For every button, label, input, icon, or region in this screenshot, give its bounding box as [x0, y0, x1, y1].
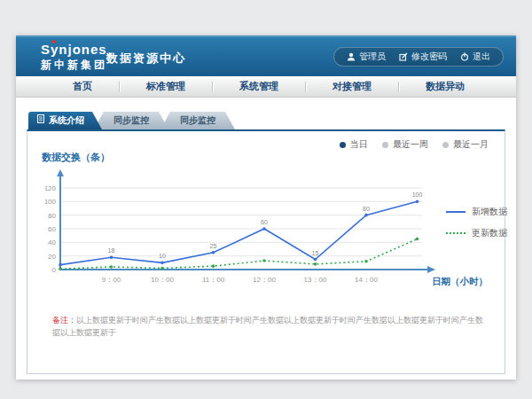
x-tick-label: 12：00 — [253, 276, 276, 284]
filter-last-week[interactable]: 最近一周 — [382, 138, 428, 151]
data-point — [314, 262, 317, 266]
point-label: 100 — [412, 192, 423, 198]
x-axis-arrow-icon — [427, 266, 435, 273]
brand-logo[interactable]: Synjones 新中新集团 — [41, 42, 107, 73]
data-point — [110, 265, 113, 269]
blue-solid-line-icon — [446, 211, 466, 213]
x-axis-title: 日期（小时） — [432, 276, 488, 287]
chart-panel: 当日 最近一周 最近一月 数据交换（条） 0204060801001209：00… — [27, 129, 505, 374]
x-tick-label: 14：00 — [355, 276, 378, 284]
legend-item-new-data[interactable]: 新增数据 — [446, 206, 507, 218]
y-tick-label: 100 — [45, 198, 57, 206]
app-window: Synjones 新中新集团 数据资源中心 管理员 修改密码 — [16, 35, 516, 379]
tab-system-intro[interactable]: 系统介绍 — [28, 112, 102, 129]
filter-last-month[interactable]: 最近一月 — [442, 138, 489, 151]
document-icon — [37, 112, 44, 129]
x-tick-label: 10：00 — [151, 276, 174, 284]
admin-user-button[interactable]: 管理员 — [347, 51, 386, 63]
brand-name-text: Synjones — [41, 42, 107, 57]
filter-label: 当日 — [350, 138, 368, 151]
change-password-label: 修改密码 — [411, 51, 447, 63]
x-tick-label: 11：00 — [202, 276, 225, 284]
nav-separator — [119, 82, 120, 92]
brand-company: 新中新集团 — [41, 58, 107, 73]
tab-label: 同步监控 — [180, 115, 215, 125]
admin-user-label: 管理员 — [359, 51, 386, 63]
nav-item-standard-management[interactable]: 标准管理 — [141, 80, 191, 93]
y-axis-title: 数据交换（条） — [42, 151, 110, 164]
y-axis-arrow-icon — [57, 169, 64, 176]
user-icon — [347, 52, 356, 61]
tab-label: 同步监控 — [113, 115, 149, 125]
radio-unselected-icon — [382, 142, 388, 148]
data-point — [59, 267, 62, 270]
nav-separator — [305, 82, 306, 92]
point-label: 15 — [312, 250, 319, 256]
tab-sync-monitor-2[interactable]: 同步监控 — [160, 112, 235, 129]
x-tick-label: 13：00 — [304, 276, 327, 284]
data-point — [110, 255, 113, 259]
point-label: 80 — [363, 206, 370, 212]
data-point — [59, 263, 62, 267]
legend-item-updated-data[interactable]: 更新数据 — [446, 227, 507, 239]
tab-sync-monitor-1[interactable]: 同步监控 — [94, 112, 168, 129]
data-point — [416, 238, 419, 241]
y-tick-label: 60 — [48, 225, 56, 233]
page-title: 数据资源中心 — [106, 51, 186, 66]
filter-label: 最近一周 — [393, 138, 428, 151]
x-tick-label: 9：00 — [102, 276, 121, 284]
edit-icon — [399, 52, 408, 61]
period-filters: 当日 最近一周 最近一月 — [340, 138, 489, 151]
data-point — [160, 267, 164, 270]
logout-button[interactable]: 退出 — [460, 51, 490, 63]
data-point — [212, 264, 215, 268]
radio-selected-icon — [340, 142, 346, 148]
nav-item-data-change[interactable]: 数据异动 — [420, 80, 470, 93]
legend-label: 新增数据 — [472, 206, 507, 218]
chart-legend: 新增数据 更新数据 — [446, 206, 507, 239]
tab-bar: 系统介绍 同步监控 同步监控 — [28, 112, 235, 129]
y-tick-label: 120 — [45, 184, 57, 192]
app-header: Synjones 新中新集团 数据资源中心 管理员 修改密码 — [16, 35, 516, 76]
filter-today[interactable]: 当日 — [340, 138, 368, 151]
data-point — [314, 258, 317, 262]
y-tick-label: 20 — [48, 253, 56, 261]
series-line — [60, 239, 418, 270]
legend-label: 更新数据 — [472, 227, 507, 239]
point-label: 18 — [108, 247, 115, 254]
user-controls: 管理员 修改密码 退出 — [333, 47, 504, 66]
brand-name: Synjones — [41, 42, 107, 57]
nav-item-interface-management[interactable]: 对接管理 — [327, 80, 377, 93]
y-tick-label: 40 — [48, 239, 56, 246]
nav-item-system-management[interactable]: 系统管理 — [234, 80, 284, 93]
main-nav: 首页 标准管理 系统管理 对接管理 数据异动 — [16, 76, 516, 98]
point-label: 10 — [159, 253, 166, 259]
footnote-text: 以上数据更新于时间产生数据以上数据更新于时间产生数据以上数据更新于时间产生数据以… — [52, 316, 483, 337]
tab-label: 系统介绍 — [49, 112, 84, 129]
nav-item-home[interactable]: 首页 — [67, 80, 98, 93]
radio-unselected-icon — [442, 142, 449, 148]
point-label: 25 — [210, 243, 217, 249]
footnote-prefix: 备注： — [52, 316, 76, 325]
data-point — [212, 251, 215, 254]
nav-separator — [398, 82, 399, 92]
power-icon — [460, 52, 469, 61]
footnote: 备注：以上数据更新于时间产生数据以上数据更新于时间产生数据以上数据更新于时间产生… — [52, 314, 490, 339]
data-point — [262, 259, 266, 262]
data-point — [262, 227, 266, 231]
data-point — [416, 200, 419, 204]
change-password-button[interactable]: 修改密码 — [399, 51, 447, 63]
nav-separator — [212, 82, 213, 92]
y-tick-label: 80 — [48, 212, 56, 220]
y-tick-label: 0 — [52, 266, 57, 274]
data-point — [160, 262, 164, 265]
filter-label: 最近一月 — [453, 138, 489, 151]
content-area: 系统介绍 同步监控 同步监控 当日 最近一周 — [16, 98, 516, 379]
data-point — [364, 214, 368, 217]
point-label: 60 — [261, 219, 268, 225]
line-chart: 0204060801001209：0010：0011：0012：0013：001… — [45, 168, 489, 293]
logo-red-dot-icon — [52, 40, 56, 43]
data-point — [364, 260, 368, 263]
green-dotted-line-icon — [446, 232, 466, 234]
logout-label: 退出 — [473, 51, 490, 63]
